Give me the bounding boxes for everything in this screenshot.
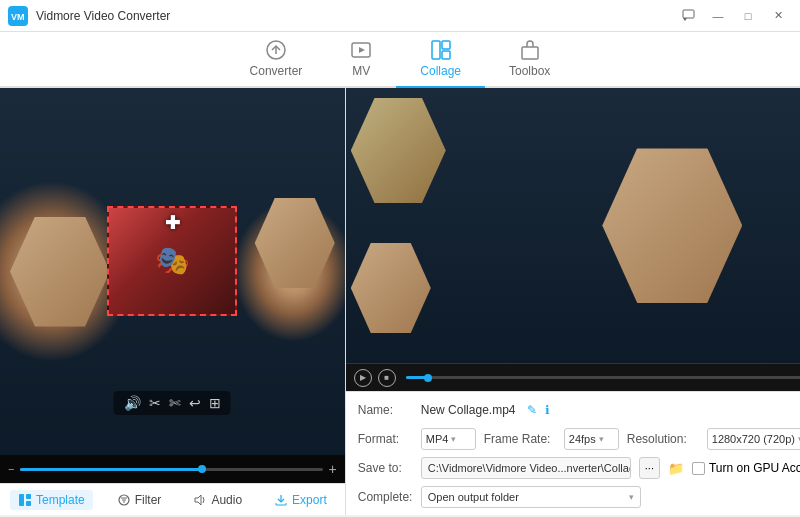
right-panel: ▶ ■ 00:00:02.08/00:00:44.05 🔊 Name: New … <box>346 88 800 515</box>
message-button[interactable] <box>674 6 702 26</box>
folder-icon[interactable]: 📁 <box>668 461 684 476</box>
app-title: Vidmore Video Converter <box>36 9 674 23</box>
name-row: Name: New Collage.mp4 ✎ ℹ <box>358 398 800 422</box>
right-canvas <box>346 88 800 363</box>
saveto-label: Save to: <box>358 461 413 475</box>
volume-fill <box>20 468 201 471</box>
app-logo: VM <box>8 6 28 26</box>
settings-rows: Name: New Collage.mp4 ✎ ℹ Format: MP4 ▾ … <box>346 391 800 515</box>
framerate-select[interactable]: 24fps ▾ <box>564 428 619 450</box>
complete-arrow: ▾ <box>629 492 634 502</box>
svg-rect-10 <box>26 494 31 499</box>
complete-row: Complete: Open output folder ▾ <box>358 485 800 509</box>
complete-select[interactable]: Open output folder ▾ <box>421 486 641 508</box>
format-select[interactable]: MP4 ▾ <box>421 428 476 450</box>
tab-toolbox-label: Toolbox <box>509 64 550 78</box>
export-label: Export <box>292 493 327 507</box>
progress-thumb <box>424 374 432 382</box>
svg-rect-6 <box>442 41 450 49</box>
scissors-icon[interactable]: ✄ <box>169 395 181 411</box>
format-row: Format: MP4 ▾ Frame Rate: 24fps ▾ Resolu… <box>358 427 800 451</box>
tab-converter-label: Converter <box>250 64 303 78</box>
play-button[interactable]: ▶ <box>354 369 372 387</box>
tab-toolbox[interactable]: Toolbox <box>485 33 574 88</box>
name-value: New Collage.mp4 <box>421 403 516 417</box>
tab-collage-label: Collage <box>420 64 461 78</box>
svg-rect-2 <box>683 10 694 18</box>
gpu-checkbox-wrap[interactable]: Turn on GPU Acceleration <box>692 461 800 475</box>
resolution-select[interactable]: 1280x720 (720p) ▾ <box>707 428 800 450</box>
titlebar: VM Vidmore Video Converter — □ ✕ <box>0 0 800 32</box>
filter-label: Filter <box>135 493 162 507</box>
vol-plus-icon[interactable]: + <box>329 461 337 477</box>
volume-icon[interactable]: 🔊 <box>124 395 141 411</box>
svg-text:VM: VM <box>11 12 25 22</box>
tab-converter[interactable]: Converter <box>226 33 327 88</box>
svg-rect-7 <box>442 51 450 59</box>
left-bottom-bar: − + <box>0 455 345 483</box>
bottom-toolbar: Template Filter Audio Export <box>0 483 345 515</box>
saveto-row: Save to: C:\Vidmore\Vidmore Video...nver… <box>358 456 800 480</box>
volume-thumb <box>198 465 206 473</box>
tab-mv[interactable]: MV <box>326 33 396 88</box>
filter-button[interactable]: Filter <box>109 490 170 510</box>
template-label: Template <box>36 493 85 507</box>
left-video-panel: 🎭 ✚ 🔊 ✂ ✄ ↩ ⊞ − + <box>0 88 346 515</box>
left-canvas[interactable]: 🎭 ✚ 🔊 ✂ ✄ ↩ ⊞ <box>0 88 345 455</box>
clip-plus-icon: ✚ <box>165 212 180 234</box>
svg-rect-8 <box>522 47 538 59</box>
framerate-label: Frame Rate: <box>484 432 556 446</box>
window-controls: — □ ✕ <box>674 6 792 26</box>
right-player-bar: ▶ ■ 00:00:02.08/00:00:44.05 🔊 <box>346 363 800 391</box>
gpu-label: Turn on GPU Acceleration <box>709 461 800 475</box>
progress-bar[interactable] <box>406 376 800 379</box>
edit-icon[interactable]: ✎ <box>527 403 537 417</box>
minimize-button[interactable]: — <box>704 6 732 26</box>
tab-mv-label: MV <box>352 64 370 78</box>
aspect-icon[interactable]: ⊞ <box>209 395 221 411</box>
resolution-value: 1280x720 (720p) <box>712 433 795 445</box>
complete-label: Complete: <box>358 490 413 504</box>
close-button[interactable]: ✕ <box>764 6 792 26</box>
format-label: Format: <box>358 432 413 446</box>
name-label: Name: <box>358 403 413 417</box>
main-content: 🎭 ✚ 🔊 ✂ ✄ ↩ ⊞ − + <box>0 88 800 515</box>
audio-label: Audio <box>211 493 242 507</box>
audio-button[interactable]: Audio <box>185 490 250 510</box>
svg-rect-5 <box>432 41 440 59</box>
svg-rect-11 <box>26 501 31 506</box>
framerate-arrow: ▾ <box>599 434 604 444</box>
export-button[interactable]: Export <box>266 490 335 510</box>
gpu-checkbox[interactable] <box>692 462 705 475</box>
format-arrow: ▾ <box>451 434 456 444</box>
maximize-button[interactable]: □ <box>734 6 762 26</box>
tab-collage[interactable]: Collage <box>396 33 485 88</box>
nav-tabs: Converter MV Collage Toolbox <box>0 32 800 88</box>
template-button[interactable]: Template <box>10 490 93 510</box>
browse-button[interactable]: ··· <box>639 457 660 479</box>
framerate-value: 24fps <box>569 433 596 445</box>
settings-panel: Name: New Collage.mp4 ✎ ℹ Format: MP4 ▾ … <box>346 391 800 515</box>
selected-clip[interactable]: 🎭 ✚ <box>107 206 237 316</box>
vol-minus-icon[interactable]: − <box>8 463 14 475</box>
svg-rect-9 <box>19 494 24 506</box>
cut-icon[interactable]: ✂ <box>149 395 161 411</box>
resolution-label: Resolution: <box>627 432 699 446</box>
video-overlay-controls: 🔊 ✂ ✄ ↩ ⊞ <box>114 391 231 415</box>
stop-button[interactable]: ■ <box>378 369 396 387</box>
format-value: MP4 <box>426 433 449 445</box>
undo-icon[interactable]: ↩ <box>189 395 201 411</box>
complete-value: Open output folder <box>428 491 519 503</box>
saveto-path[interactable]: C:\Vidmore\Vidmore Video...nverter\Colla… <box>421 457 631 479</box>
volume-slider[interactable] <box>20 468 322 471</box>
info-icon[interactable]: ℹ <box>545 403 550 417</box>
